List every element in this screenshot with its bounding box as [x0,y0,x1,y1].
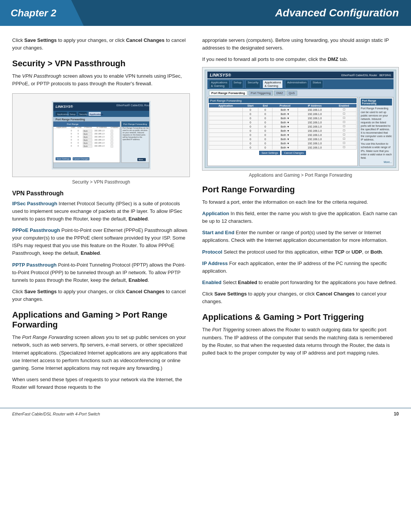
rs-tabs: Port Range Forwarding Port Triggering DM… [207,90,393,96]
svg-rect-43 [111,136,113,138]
save-para-left: Click Save Settings to apply your change… [12,288,190,303]
rs-nav-applications-active[interactable]: Applications& Gaming [263,80,283,88]
svg-text:End: End [78,126,81,128]
pptp-enabled: Enabled [129,277,148,283]
right-column: appropriate servers (computers). Before … [202,37,399,395]
dmz-para: If you need to forward all ports to one … [202,56,399,63]
page-footer: EtherFast Cable/DSL Router with 4-Port S… [0,408,411,420]
table-row: 00Both ▼192.168.1.0☐ [209,112,357,116]
pptp-para: PPTP Passthrough Point-to-Point Tunnelin… [12,261,190,284]
svg-text:0: 0 [71,142,72,144]
svg-text:Start: Start [71,126,75,128]
svg-text:Cancel Changes: Cancel Changes [73,158,89,160]
rs-save-btn[interactable]: Save Settings [259,151,280,155]
rs-forwarding-table: Application Start End Protocol IP Addres… [209,104,357,150]
rs-col-protocol: Protocol [272,104,298,108]
footer-left: EtherFast Cable/DSL Router with 4-Port S… [12,412,100,416]
ip-address-para: IP Address For each application, enter t… [202,260,399,275]
port-triggering-title: Applications & Gaming > Port Triggering [202,312,399,322]
pppoe-enabled: Enabled [81,250,100,256]
svg-text:0: 0 [78,133,79,135]
svg-text:0: 0 [78,129,79,132]
intro-right-para: appropriate servers (computers). Before … [202,37,399,52]
rs-nav-setup[interactable]: Setup [232,80,244,88]
vpn-screenshot: LINKSYS® EtherFast® Cable/DSL Router App… [12,93,190,177]
footer-right: 10 [394,411,399,417]
ip-address-text: For each application, enter the IP addre… [202,260,387,274]
port-range-italic: Port Range Forwarding [22,334,73,340]
app-gaming-para2: When users send these types of requests … [12,376,190,391]
svg-text:192.168.1.0: 192.168.1.0 [94,136,105,138]
app-gaming-title: Applications and Gaming > Port Range For… [12,310,190,330]
save-settings-ref1: Save Settings [24,37,57,43]
svg-text:IP Address: IP Address [97,126,107,128]
app-gaming-para1: The Port Range Forwarding screen allows … [12,334,190,372]
dmz-bold: DMZ [328,56,338,62]
save-settings-ref2: Save Settings [24,289,57,294]
rs-model: EtherFast® Cable/DSL Router BEFSR41 [341,74,391,77]
protocol-text: Select the protocol used for this applic… [224,249,383,255]
chapter-text: Chapter 2 [11,7,56,19]
svg-rect-61 [111,145,113,147]
ipsec-label: IPSec Passthrough [12,201,57,206]
rs-nav-admin[interactable]: Administration [285,80,308,88]
pptp-label: PPTP Passthrough [12,262,57,268]
application-text: In this field, enter the name you wish t… [202,211,397,224]
save-para-right: Click Save Settings to apply your change… [202,290,399,305]
svg-text:Both: Both [84,136,88,138]
svg-text:0: 0 [78,142,79,144]
udp-bold: UDP [352,249,362,255]
ipsec-enabled: Enabled [129,216,148,222]
protocol-label: Protocol [202,249,222,255]
rs-col-enabled: Enabled [331,104,357,108]
start-end-label: Start and End [202,230,234,235]
port-triggering-italic: Port Triggering [212,327,244,332]
rs-sidebar-text2: You use this function to schedule a wide… [361,142,392,159]
ipsec-para: IPSec Passthrough Internet Protocol Secu… [12,200,190,223]
svg-text:specified IP address.: specified IP address. [123,138,140,141]
rs-cancel-btn[interactable]: Cancel Changes [282,151,306,155]
rs-sidebar: Port Range Forwarding Port Range Forward… [359,97,393,166]
enabled-label: Enabled [202,280,221,285]
router-screenshot-inner: LINKSYS® EtherFast® Cable/DSL Router BEF… [205,70,396,168]
save-settings-ref3: Save Settings [214,291,247,297]
svg-text:Setup: Setup [70,113,76,115]
svg-rect-55 [111,142,113,144]
pppoe-label: PPPoE Passthrough [12,227,60,233]
rs-tab-port-trigger[interactable]: Port Triggering [249,91,273,96]
svg-text:Port Range: Port Range [67,123,78,125]
title-text: Advanced Configuration [275,7,399,19]
rs-sidebar-text: Port Range Forwarding can be used to set… [361,107,392,141]
pppoe-para: PPPoE Passthrough Point-to-Point over Et… [12,227,190,257]
svg-text:Protocol: Protocol [84,126,92,128]
svg-text:Enabled: Enabled [111,126,118,128]
svg-text:0: 0 [78,145,79,147]
svg-text:EtherFast® Cable/DSL Router: EtherFast® Cable/DSL Router [116,104,151,107]
table-row: 00Both ▼192.168.1.0☐ [209,133,357,137]
rs-tab-qos[interactable]: QoS [287,91,297,96]
svg-text:192.168.1.0: 192.168.1.0 [94,142,105,144]
security-vpn-title: Security > VPN Passthrough [12,59,190,69]
chapter-label: Chapter 2 [0,0,84,26]
rs-col-ip: IP Address [298,104,331,108]
svg-text:192.168.1.0: 192.168.1.0 [94,129,105,132]
rs-nav-status[interactable]: Status [311,80,323,88]
svg-text:Both: Both [84,133,88,135]
rs-tab-dmz[interactable]: DMZ [274,91,285,96]
svg-text:0: 0 [71,145,72,147]
cancel-changes-ref2: Cancel Changes [126,289,164,294]
rs-tab-port-range[interactable]: Port Range Forwarding [209,91,247,96]
rs-sidebar-more: More... [361,160,392,164]
cancel-changes-ref3: Cancel Changes [316,291,355,297]
both-bold: Both [371,249,382,255]
table-row: 00Both ▼192.168.1.0☐ [209,145,357,150]
rs-nav-applications[interactable]: Applications& Gaming [209,80,229,88]
security-vpn-para: The VPN Passthrough screen allows you to… [12,72,190,88]
svg-text:Save Settings: Save Settings [57,158,70,160]
rs-nav-security[interactable]: Security [245,80,260,88]
intro-paragraph: Click Save Settings to apply your change… [12,37,190,52]
svg-text:LINKSYS®: LINKSYS® [56,105,73,109]
port-range-title: Port Range Forwarding [202,185,399,195]
svg-rect-37 [111,133,113,135]
svg-text:More...: More... [139,158,145,161]
